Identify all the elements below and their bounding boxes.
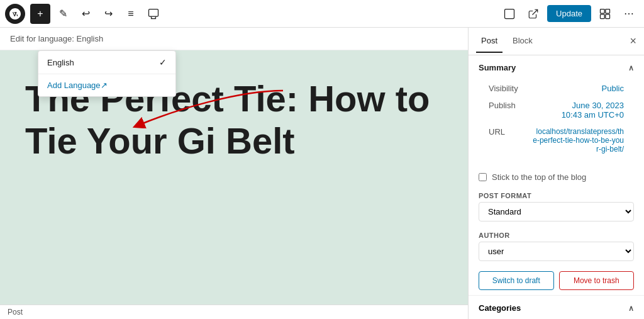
summary-chevron-icon: ∧ <box>628 64 634 72</box>
translate-button[interactable] <box>143 4 164 24</box>
summary-section-header[interactable]: Summary ∧ <box>469 55 644 80</box>
svg-rect-2 <box>601 9 605 13</box>
status-bar: Post <box>0 305 468 319</box>
post-format-label: POST FORMAT <box>469 187 644 202</box>
author-label: AUTHOR <box>469 227 644 242</box>
summary-section: Summary ∧ Visibility Public Publish June… <box>469 55 644 296</box>
update-button[interactable]: Update <box>547 5 591 22</box>
categories-section-header[interactable]: Categories ∧ <box>469 296 644 319</box>
add-language-label: Add Language↗ <box>47 81 108 90</box>
svg-rect-0 <box>149 9 158 16</box>
categories-label: Categories <box>479 303 521 313</box>
publish-row: Publish June 30, 2023 10:43 am UTC+0 <box>479 97 634 123</box>
url-value[interactable]: localhost/translatepress/the-perfect-tie… <box>533 127 624 154</box>
toolbar-right: Update ⋯ <box>499 4 639 24</box>
summary-label: Summary <box>479 63 516 72</box>
language-bar: Edit for language: English <box>0 28 468 50</box>
move-to-trash-button[interactable]: Move to trash <box>559 271 635 290</box>
editor-area: Edit for language: English English ✓ Add… <box>0 28 468 319</box>
visibility-label: Visibility <box>489 84 533 93</box>
undo-button[interactable]: ↩ <box>75 4 96 24</box>
add-block-button[interactable]: + <box>30 4 50 24</box>
more-options-button[interactable]: ⋯ <box>619 4 639 24</box>
english-option-label: English <box>47 58 74 67</box>
categories-chevron-icon: ∧ <box>628 304 634 313</box>
english-option[interactable]: English ✓ <box>38 51 175 74</box>
view-toggle-button[interactable] <box>499 4 519 24</box>
tab-block[interactable]: Block <box>508 30 538 53</box>
sidebar-close-button[interactable]: × <box>630 35 636 48</box>
language-dropdown: English ✓ Add Language↗ <box>38 50 176 97</box>
check-icon: ✓ <box>159 57 167 67</box>
summary-section-content: Visibility Public Publish June 30, 2023 … <box>469 80 644 167</box>
external-link-button[interactable] <box>523 4 543 24</box>
stick-checkbox-row: Stick to the top of the blog <box>469 167 644 187</box>
categories-section: Categories ∧ <box>469 296 644 319</box>
settings-panel-button[interactable] <box>595 4 615 24</box>
author-select[interactable]: user <box>479 242 634 261</box>
sidebar-panel: Post Block × Summary ∧ Visibility Public… <box>468 28 644 319</box>
svg-rect-4 <box>601 14 605 18</box>
sidebar-header: Post Block × <box>469 28 644 55</box>
main-toolbar: + ✎ ↩ ↪ ≡ Update ⋯ <box>0 0 644 28</box>
url-row: URL localhost/translatepress/the-perfect… <box>479 123 634 157</box>
main-layout: Edit for language: English English ✓ Add… <box>0 28 644 319</box>
status-label: Post <box>8 308 23 316</box>
wp-logo[interactable] <box>5 4 25 24</box>
post-format-select[interactable]: Standard <box>479 202 634 221</box>
publish-value[interactable]: June 30, 2023 10:43 am UTC+0 <box>562 101 624 120</box>
visibility-row: Visibility Public <box>479 80 634 97</box>
svg-rect-5 <box>606 14 610 18</box>
svg-rect-3 <box>606 9 610 13</box>
switch-to-draft-button[interactable]: Switch to draft <box>479 271 554 290</box>
publish-label: Publish <box>489 101 533 110</box>
stick-checkbox[interactable] <box>479 173 487 181</box>
add-language-link[interactable]: Add Language↗ <box>38 74 175 96</box>
redo-button[interactable]: ↪ <box>98 4 118 24</box>
stick-label: Stick to the top of the blog <box>492 172 586 182</box>
lang-bar-label: Edit for language: English <box>10 34 103 43</box>
action-buttons: Switch to draft Move to trash <box>469 266 644 295</box>
list-view-button[interactable]: ≡ <box>121 4 141 24</box>
tab-post[interactable]: Post <box>476 30 502 53</box>
visibility-value[interactable]: Public <box>602 84 624 93</box>
url-label: URL <box>489 127 533 137</box>
tools-button[interactable]: ✎ <box>53 4 73 24</box>
svg-rect-1 <box>505 9 514 18</box>
